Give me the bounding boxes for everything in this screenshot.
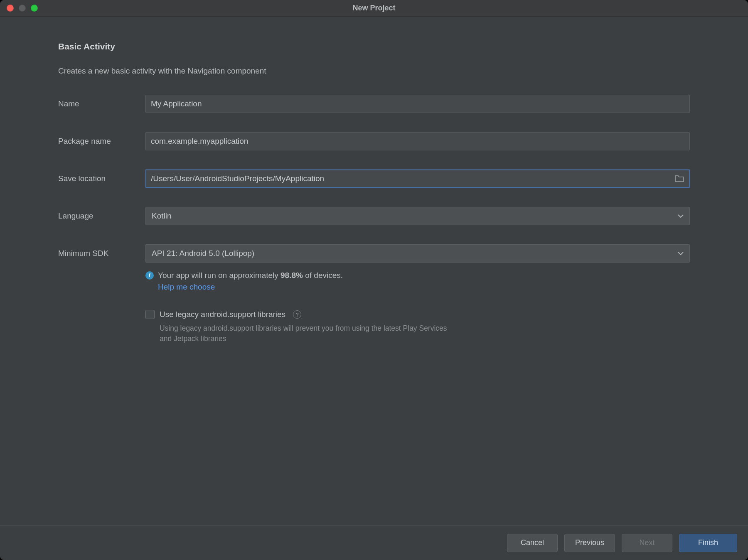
package-field-wrapper[interactable] [145, 132, 690, 150]
next-button: Next [622, 534, 672, 552]
language-value: Kotlin [152, 211, 172, 221]
package-input[interactable] [151, 137, 684, 146]
row-location: Save location [58, 169, 690, 188]
row-name: Name [58, 95, 690, 113]
window-minimize-button[interactable] [19, 5, 26, 12]
traffic-lights [7, 5, 38, 12]
wizard-footer: Cancel Previous Next Finish [0, 525, 748, 560]
label-language: Language [58, 211, 145, 221]
legacy-libs-block: Use legacy android.support libraries ? U… [145, 310, 690, 344]
window-maximize-button[interactable] [31, 5, 38, 12]
row-language: Language Kotlin [58, 207, 690, 225]
previous-button[interactable]: Previous [564, 534, 615, 552]
info-posttext: of devices. [303, 271, 343, 280]
minsdk-value: API 21: Android 5.0 (Lollipop) [152, 249, 254, 258]
name-field-wrapper[interactable] [145, 95, 690, 113]
chevron-down-icon [678, 211, 684, 221]
name-input[interactable] [151, 99, 684, 108]
location-field-wrapper[interactable] [145, 169, 690, 188]
help-icon[interactable]: ? [293, 310, 301, 319]
label-package: Package name [58, 137, 145, 146]
window-title: New Project [0, 4, 748, 12]
sdk-coverage-info: i Your app will run on approximately 98.… [145, 271, 690, 280]
info-icon: i [145, 271, 154, 280]
cancel-button[interactable]: Cancel [507, 534, 558, 552]
row-minsdk: Minimum SDK API 21: Android 5.0 (Lollipo… [58, 244, 690, 263]
label-location: Save location [58, 174, 145, 183]
sdk-info-block: i Your app will run on approximately 98.… [145, 271, 690, 292]
legacy-libs-note: Using legacy android.support libraries w… [160, 323, 450, 344]
form-content: Basic Activity Creates a new basic activ… [0, 17, 748, 344]
info-percent: 98.8% [280, 271, 303, 280]
legacy-libs-checkbox[interactable] [145, 310, 155, 319]
location-input[interactable] [151, 174, 671, 183]
help-me-choose-link[interactable]: Help me choose [158, 282, 690, 292]
browse-folder-icon[interactable] [674, 174, 684, 183]
finish-button[interactable]: Finish [679, 534, 737, 552]
titlebar: New Project [0, 0, 748, 17]
page-heading: Basic Activity [58, 42, 690, 52]
row-package: Package name [58, 132, 690, 150]
window-close-button[interactable] [7, 5, 14, 12]
label-name: Name [58, 99, 145, 108]
legacy-libs-label: Use legacy android.support libraries [160, 310, 285, 319]
page-subheading: Creates a new basic activity with the Na… [58, 66, 690, 76]
minsdk-select[interactable]: API 21: Android 5.0 (Lollipop) [145, 244, 690, 263]
info-pretext: Your app will run on approximately [158, 271, 280, 280]
label-minsdk: Minimum SDK [58, 249, 145, 258]
chevron-down-icon [678, 249, 684, 258]
legacy-libs-row: Use legacy android.support libraries ? [145, 310, 690, 319]
language-select[interactable]: Kotlin [145, 207, 690, 225]
new-project-window: New Project Basic Activity Creates a new… [0, 0, 748, 560]
